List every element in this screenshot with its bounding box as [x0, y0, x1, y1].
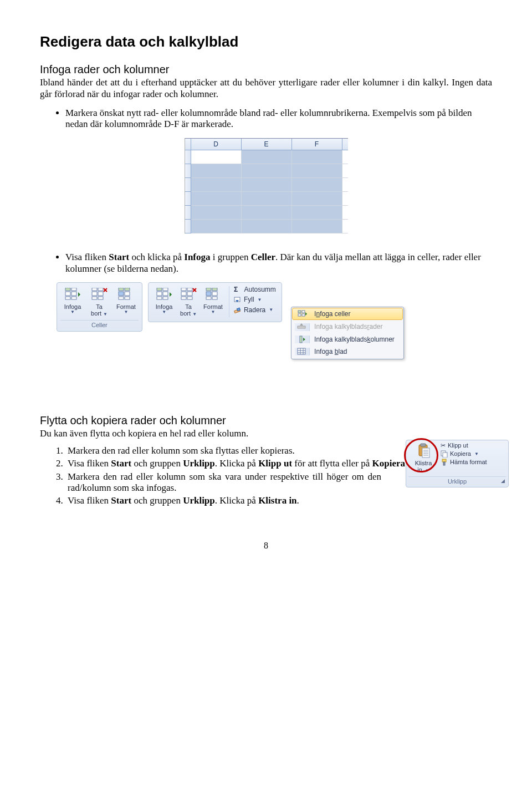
svg-rect-70 [443, 462, 445, 465]
svg-rect-37 [212, 288, 217, 291]
svg-rect-16 [125, 288, 130, 291]
menu-item-infoga-celler[interactable]: Infoga celler [292, 308, 403, 320]
svg-rect-1 [71, 292, 76, 296]
page-number: 8 [40, 540, 492, 551]
svg-rect-62 [422, 448, 429, 458]
ribbon-group-title: Celler [60, 321, 139, 329]
autosum-button[interactable]: Σ Autosumm [233, 285, 277, 294]
urklipp-group-title: Urklipp◢ [408, 476, 506, 485]
bullet-list-2: Visa fliken Start och klicka på Infoga i… [40, 252, 492, 275]
svg-rect-5 [71, 297, 76, 299]
col-header-e: E [242, 139, 292, 150]
insert-columns-icon [297, 336, 307, 343]
format-cells-icon [204, 287, 223, 302]
section-heading-infoga: Infoga rader och kolumner [40, 63, 492, 76]
ribbon-figure: Infoga ▼ Tabort ▼ Format ▼ Celler [40, 282, 492, 360]
bullet-list-1: Markera önskat nytt rad- eller kolumnomr… [40, 108, 492, 130]
paste-button[interactable]: Klistrain ▼ [408, 442, 438, 475]
clipboard-paste-icon [416, 443, 431, 460]
urklipp-group: Klistrain ▼ ✂Klipp ut Kopiera▼ Hämta for… [406, 440, 509, 487]
svg-rect-9 [92, 288, 97, 291]
chevron-down-icon: ▼ [425, 468, 429, 473]
insert-cells-icon [63, 287, 82, 302]
copy-button[interactable]: Kopiera▼ [441, 450, 487, 458]
svg-rect-69 [442, 459, 446, 462]
scissors-icon: ✂ [441, 442, 446, 449]
menu-item-infoga-blad[interactable]: Infoga blad [291, 345, 403, 358]
svg-rect-12 [98, 297, 103, 299]
svg-rect-7 [92, 292, 97, 296]
col-header-f: F [292, 139, 342, 150]
chevron-down-icon: ▼ [269, 307, 273, 313]
svg-rect-15 [119, 288, 124, 291]
svg-rect-53 [300, 336, 302, 343]
section-heading-flytta: Flytta och kopiera rader och kolumner [40, 414, 492, 427]
paintbrush-icon [441, 459, 448, 466]
menu-item-infoga-kolumner[interactable]: Infoga kalkylbladskolumner [291, 333, 403, 345]
svg-rect-26 [163, 297, 168, 299]
ribbon-button-tabort[interactable]: Tabort ▼ [176, 285, 201, 318]
svg-rect-31 [187, 288, 192, 291]
svg-marker-52 [300, 323, 303, 326]
svg-marker-54 [303, 338, 305, 341]
ribbon-group-wide: Infoga ▼ Tabort ▼ Format ▼ Σ Autosumm Fy… [148, 282, 282, 322]
svg-rect-0 [65, 292, 70, 296]
svg-rect-22 [163, 292, 168, 296]
chevron-down-icon: ▼ [162, 310, 166, 314]
svg-rect-23 [157, 288, 162, 291]
col-header-d: D [191, 139, 242, 150]
insert-cells-icon [155, 287, 173, 302]
ribbon-button-format[interactable]: Format ▼ [114, 285, 139, 318]
svg-rect-24 [163, 288, 168, 291]
svg-rect-40 [206, 297, 211, 299]
menu-item-infoga-rader[interactable]: Infoga kalkylbladsrader [291, 321, 403, 333]
ribbon-button-format[interactable]: Format ▼ [201, 285, 226, 316]
section2-intro: Du kan även flytta och kopiera en hel ra… [40, 428, 492, 439]
fill-down-icon [234, 297, 242, 303]
bullet-item: Markera önskat nytt rad- eller kolumnomr… [65, 108, 492, 130]
svg-marker-50 [305, 312, 307, 316]
chevron-down-icon: ▼ [474, 451, 479, 457]
sigma-icon: Σ [234, 286, 238, 293]
copy-icon [441, 450, 448, 458]
ribbon-button-infoga[interactable]: Infoga ▼ [60, 285, 85, 318]
format-painter-button[interactable]: Hämta format [441, 459, 487, 466]
svg-rect-48 [298, 314, 301, 316]
svg-marker-6 [78, 292, 80, 297]
svg-rect-17 [119, 292, 124, 296]
svg-rect-68 [443, 453, 447, 458]
svg-rect-19 [119, 297, 124, 299]
insert-sheet-icon [297, 348, 307, 355]
svg-rect-28 [181, 292, 186, 296]
svg-rect-51 [298, 326, 305, 328]
svg-marker-27 [170, 292, 172, 297]
clear-button[interactable]: Radera▼ [233, 306, 277, 314]
chevron-down-icon: ▼ [103, 312, 108, 317]
bullet-item: Visa fliken Start och klicka på Infoga i… [65, 252, 492, 275]
delete-cells-icon [179, 287, 198, 302]
svg-rect-18 [125, 292, 130, 296]
infoga-dropdown-menu: Infoga celler Infoga kalkylbladsrader In… [291, 307, 404, 360]
fill-button[interactable]: Fyll▼ [233, 295, 277, 304]
spreadsheet-selection: D E F [185, 138, 348, 233]
svg-rect-33 [187, 297, 192, 299]
ribbon-group-celler: Infoga ▼ Tabort ▼ Format ▼ Celler [57, 282, 142, 332]
step-item: Visa fliken Start och gruppen Urklipp. K… [65, 495, 492, 506]
svg-rect-39 [212, 292, 217, 296]
svg-rect-21 [157, 292, 162, 296]
chevron-down-icon: ▼ [70, 310, 75, 314]
svg-rect-25 [157, 297, 162, 299]
svg-rect-38 [206, 292, 211, 296]
eraser-icon [234, 307, 242, 313]
ribbon-button-infoga[interactable]: Infoga ▼ [152, 285, 176, 316]
svg-rect-2 [65, 288, 70, 291]
ribbon-button-tabort[interactable]: Tabort ▼ [87, 285, 111, 318]
spreadsheet-figure: D E F [40, 138, 492, 236]
dialog-launcher-icon[interactable]: ◢ [501, 478, 505, 484]
svg-rect-36 [206, 288, 211, 291]
cut-button[interactable]: ✂Klipp ut [441, 442, 487, 449]
svg-rect-29 [187, 292, 192, 296]
svg-rect-3 [71, 288, 76, 291]
svg-rect-41 [212, 297, 217, 299]
svg-rect-4 [65, 297, 70, 299]
